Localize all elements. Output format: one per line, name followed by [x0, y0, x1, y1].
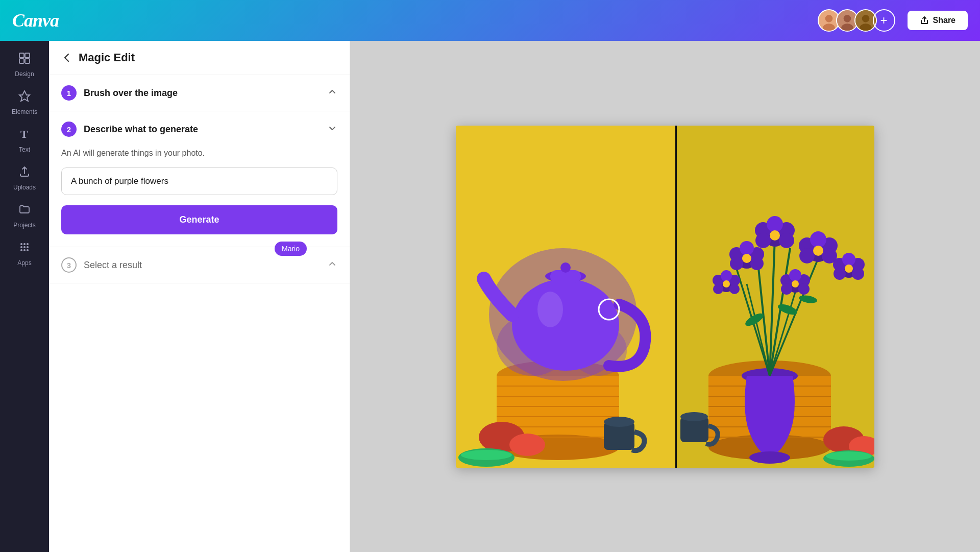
sidebar-item-uploads[interactable]: Uploads [4, 160, 45, 196]
sidebar-item-elements[interactable]: Elements [4, 85, 45, 121]
svg-point-45 [461, 450, 512, 460]
step2-header-left: 2 Describe what to generate [61, 122, 198, 137]
svg-point-7 [862, 15, 869, 22]
svg-point-96 [834, 268, 846, 280]
svg-point-110 [781, 283, 792, 295]
canvas-right-svg [675, 126, 874, 468]
uploads-icon [18, 165, 31, 181]
svg-rect-11 [19, 59, 24, 63]
step3-number: 3 [61, 257, 77, 273]
svg-point-1 [825, 15, 832, 22]
svg-point-105 [723, 280, 730, 287]
generate-label: Generate [179, 214, 219, 225]
svg-point-23 [27, 249, 29, 251]
split-divider [675, 126, 677, 468]
header-right: + Share [818, 9, 968, 32]
generate-button[interactable]: Generate [61, 205, 337, 234]
step3-header-left: 3 Select a result [61, 257, 142, 273]
step2-header[interactable]: 2 Describe what to generate [49, 111, 350, 147]
svg-point-91 [813, 246, 823, 256]
projects-label: Projects [13, 222, 35, 229]
image-right [675, 126, 874, 468]
svg-point-22 [23, 249, 26, 251]
svg-point-84 [742, 254, 751, 263]
sidebar-item-projects[interactable]: Projects [4, 198, 45, 234]
svg-marker-13 [19, 91, 30, 101]
svg-point-20 [27, 246, 29, 248]
back-icon [61, 52, 72, 63]
share-label: Share [933, 16, 955, 25]
projects-icon [18, 203, 31, 219]
svg-point-16 [23, 243, 26, 245]
svg-point-112 [792, 280, 799, 287]
elements-icon [18, 90, 31, 105]
step2-title: Describe what to generate [84, 124, 198, 135]
svg-point-95 [842, 253, 855, 266]
design-label: Design [15, 70, 34, 78]
uploads-label: Uploads [13, 184, 36, 191]
share-button[interactable]: Share [908, 11, 968, 30]
image-left [456, 126, 675, 468]
svg-point-5 [841, 23, 853, 32]
step2-number: 2 [61, 122, 77, 137]
svg-rect-12 [25, 59, 30, 63]
sidebar-left: Design Elements T Text Uploads Projects [0, 41, 49, 552]
svg-point-83 [750, 257, 764, 270]
generate-btn-wrapper: Generate Mario [61, 205, 337, 234]
svg-point-19 [23, 246, 26, 248]
step1-header[interactable]: 1 Brush over the image [49, 75, 350, 111]
magic-edit-panel: Magic Edit 1 Brush over the image 2 Desc… [49, 41, 350, 552]
share-icon [920, 16, 929, 25]
svg-point-89 [799, 248, 815, 263]
svg-point-40 [560, 262, 571, 273]
apps-label: Apps [17, 259, 31, 267]
svg-point-77 [770, 230, 780, 241]
svg-point-74 [767, 216, 783, 232]
text-icon: T [18, 128, 31, 143]
image-container [456, 126, 874, 468]
svg-point-4 [843, 15, 851, 22]
svg-rect-9 [19, 53, 24, 58]
main-content: Design Elements T Text Uploads Projects [0, 41, 980, 552]
step2-chevron [327, 123, 337, 136]
step2-description: An AI will generate things in your photo… [61, 147, 337, 159]
svg-rect-10 [25, 53, 30, 58]
svg-text:T: T [20, 128, 28, 140]
canva-logo: Canva [12, 10, 59, 31]
svg-point-41 [537, 292, 563, 327]
text-label: Text [19, 146, 30, 153]
elements-label: Elements [12, 108, 37, 115]
step3-chevron [327, 259, 337, 272]
sidebar-item-apps[interactable]: Apps [4, 236, 45, 272]
sidebar-item-text[interactable]: T Text [4, 123, 45, 158]
svg-point-76 [779, 233, 794, 248]
svg-point-82 [730, 257, 743, 270]
collaborators-avatars: + [818, 9, 895, 32]
svg-point-111 [798, 283, 810, 295]
svg-point-60 [749, 451, 790, 464]
step2-content: An AI will generate things in your photo… [49, 147, 350, 247]
step1-title: Brush over the image [84, 88, 178, 99]
step2-section: 2 Describe what to generate An AI will g… [49, 111, 350, 247]
svg-point-98 [845, 265, 853, 273]
svg-point-2 [823, 23, 835, 32]
svg-point-75 [755, 233, 771, 248]
apps-icon [18, 241, 31, 256]
svg-point-18 [20, 246, 22, 248]
back-button[interactable] [61, 52, 72, 63]
svg-point-43 [509, 434, 545, 456]
canvas-area[interactable] [350, 41, 980, 552]
panel-title: Magic Edit [79, 51, 135, 64]
svg-point-88 [810, 231, 826, 248]
svg-point-8 [860, 23, 872, 32]
svg-point-17 [27, 243, 29, 245]
svg-point-118 [680, 412, 708, 421]
generate-input[interactable] [61, 167, 337, 195]
sidebar-item-design[interactable]: Design [4, 47, 45, 83]
mario-tooltip: Mario [275, 242, 307, 256]
add-collaborator-button[interactable]: + [873, 9, 895, 32]
svg-point-21 [20, 249, 22, 251]
step1-header-left: 1 Brush over the image [61, 85, 178, 101]
svg-point-104 [729, 284, 740, 294]
svg-point-15 [20, 243, 22, 245]
